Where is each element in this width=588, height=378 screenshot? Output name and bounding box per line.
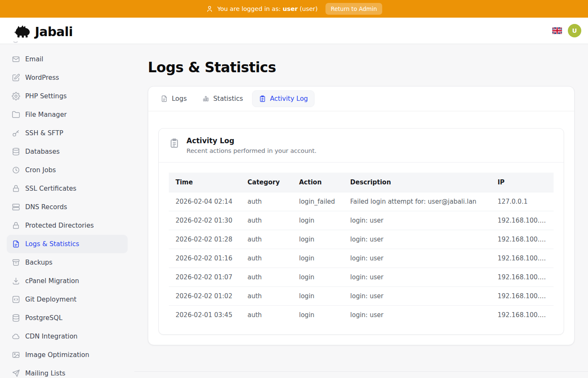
- table-cell: auth: [241, 192, 292, 211]
- cloud-icon: [12, 332, 20, 341]
- table-cell: auth: [241, 286, 292, 305]
- table-cell: login: user: [344, 249, 491, 268]
- table-row: 2026-02-02 01:28authloginlogin: user192.…: [169, 230, 554, 249]
- table-row: 2026-02-02 01:02authloginlogin: user192.…: [169, 286, 554, 305]
- table-row: 2026-02-04 02:14authlogin_failedFailed l…: [169, 192, 554, 211]
- clipboard-icon: [169, 138, 180, 149]
- tab-label: Statistics: [213, 95, 243, 102]
- table-cell: login: user: [344, 211, 491, 230]
- table-cell: 192.168.100.200: [491, 268, 554, 286]
- table-cell: 2026-02-04 02:14: [169, 192, 241, 211]
- table-cell: login: [292, 286, 344, 305]
- table-cell: auth: [241, 249, 292, 268]
- lock-icon: [12, 221, 20, 230]
- avatar[interactable]: U: [568, 24, 581, 37]
- sidebar-item-databases[interactable]: Databases: [7, 142, 128, 161]
- sidebar-item-label: SSH & SFTP: [25, 129, 63, 137]
- tab-statistics[interactable]: Statistics: [196, 90, 249, 107]
- sidebar-item-ssl-certificates[interactable]: SSL Certificates: [7, 179, 128, 198]
- sidebar-item-cpanel-migration[interactable]: cPanel Migration: [7, 272, 128, 290]
- scrolled-sidebar-item-partial-icon: [12, 36, 19, 43]
- table-row: 2026-02-02 01:30authloginlogin: user192.…: [169, 211, 554, 230]
- table-cell: login: user: [344, 286, 491, 305]
- sidebar-item-label: Databases: [25, 148, 60, 155]
- table-cell: login: [292, 211, 344, 230]
- sidebar-item-logs-statistics[interactable]: Logs & Statistics: [7, 235, 128, 253]
- sidebar-item-label: Protected Directories: [25, 222, 94, 229]
- table-cell: login_failed: [292, 192, 344, 211]
- table-cell: 2026-02-02 01:28: [169, 230, 241, 249]
- tab-label: Activity Log: [270, 95, 308, 102]
- table-header-row: TimeCategoryActionDescriptionIP: [169, 173, 554, 192]
- table-row: 2026-02-02 01:07authloginlogin: user192.…: [169, 268, 554, 286]
- logged-in-text: You are logged in as: user (user): [218, 5, 318, 12]
- table-cell: auth: [241, 211, 292, 230]
- send-icon: [12, 369, 20, 378]
- sidebar-item-ssh-sftp[interactable]: SSH & SFTP: [7, 124, 128, 142]
- sidebar-item-dns-records[interactable]: DNS Records: [7, 198, 128, 216]
- return-to-admin-button[interactable]: Return to Admin: [326, 3, 383, 15]
- activity-log-table: TimeCategoryActionDescriptionIP 2026-02-…: [169, 173, 554, 324]
- edit-icon: [12, 74, 20, 82]
- sidebar-item-label: Git Deployment: [25, 296, 76, 303]
- table-cell: auth: [241, 268, 292, 286]
- table-cell: 2026-02-02 01:30: [169, 211, 241, 230]
- user-icon: [206, 5, 213, 13]
- table-cell: login: user: [344, 268, 491, 286]
- brand-name: Jabali: [35, 26, 73, 39]
- table-cell: 192.168.100.200: [491, 249, 554, 268]
- sidebar-item-cron-jobs[interactable]: Cron Jobs: [7, 161, 128, 179]
- code-icon: [12, 295, 20, 304]
- language-flag-icon[interactable]: [552, 27, 562, 34]
- table-row: 2026-02-01 03:45authloginlogin: user192.…: [169, 305, 554, 324]
- database-icon: [12, 147, 20, 156]
- archive-icon: [12, 258, 20, 267]
- gear-icon: [12, 92, 20, 100]
- sidebar-item-file-manager[interactable]: File Manager: [7, 105, 128, 124]
- column-header-time: Time: [169, 173, 241, 192]
- sidebar-item-label: SSL Certificates: [25, 185, 76, 192]
- brand-logo[interactable]: Jabali: [13, 22, 73, 39]
- sidebar-item-label: PHP Settings: [25, 92, 67, 100]
- file-text-icon: [160, 95, 168, 102]
- sidebar-item-label: File Manager: [25, 111, 67, 118]
- column-header-ip: IP: [491, 173, 554, 192]
- sidebar-item-php-settings[interactable]: PHP Settings: [7, 87, 128, 105]
- page-title: Logs & Statistics: [148, 59, 575, 76]
- clipboard-icon: [259, 95, 266, 102]
- app-header: Jabali U: [0, 18, 588, 44]
- tab-activity-log[interactable]: Activity Log: [252, 90, 315, 107]
- folder-icon: [12, 110, 20, 119]
- sidebar-item-backups[interactable]: Backups: [7, 253, 128, 272]
- sidebar-item-mailing-lists[interactable]: Mailing Lists: [7, 364, 128, 378]
- table-cell: 192.168.100.200: [491, 211, 554, 230]
- card-title: Activity Log: [186, 136, 317, 145]
- column-header-description: Description: [344, 173, 491, 192]
- sidebar-item-label: Image Optimization: [25, 351, 89, 359]
- database-icon: [12, 314, 20, 322]
- sidebar-item-wordpress[interactable]: WordPress: [7, 68, 128, 87]
- sidebar: EmailWordPressPHP SettingsFile ManagerSS…: [0, 44, 134, 378]
- mail-icon: [12, 55, 20, 63]
- sidebar-item-postgresql[interactable]: PostgreSQL: [7, 309, 128, 327]
- sidebar-item-label: Email: [25, 55, 43, 63]
- lock-icon: [12, 184, 20, 193]
- table-cell: auth: [241, 305, 292, 324]
- table-cell: login: [292, 268, 344, 286]
- table-cell: auth: [241, 230, 292, 249]
- sidebar-item-image-optimization[interactable]: Image Optimization: [7, 346, 128, 364]
- table-cell: login: [292, 230, 344, 249]
- table-cell: login: [292, 305, 344, 324]
- sidebar-item-git-deployment[interactable]: Git Deployment: [7, 290, 128, 309]
- sidebar-item-email[interactable]: Email: [7, 50, 128, 68]
- table-cell: login: [292, 249, 344, 268]
- logged-in-username: user: [283, 5, 298, 12]
- sidebar-item-label: cPanel Migration: [25, 277, 79, 285]
- sidebar-item-cdn-integration[interactable]: CDN Integration: [7, 327, 128, 346]
- main-content: Logs & Statistics LogsStatisticsActivity…: [134, 44, 588, 378]
- table-cell: 2026-02-02 01:07: [169, 268, 241, 286]
- sidebar-item-protected-directories[interactable]: Protected Directories: [7, 216, 128, 235]
- table-cell: 192.168.100.200: [491, 305, 554, 324]
- table-cell: 2026-02-01 03:45: [169, 305, 241, 324]
- tab-logs[interactable]: Logs: [154, 90, 193, 107]
